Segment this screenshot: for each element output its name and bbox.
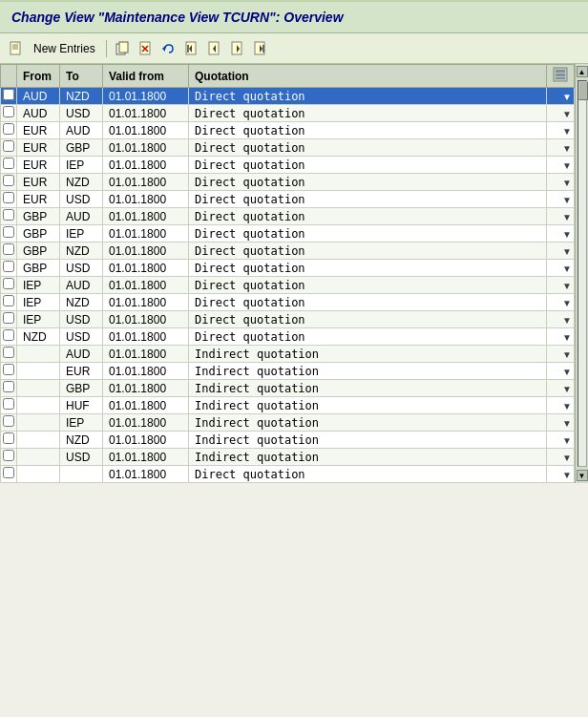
- table-row[interactable]: GBP01.01.1800Indirect quotation▼: [1, 380, 575, 397]
- table-row[interactable]: EURIEP01.01.1800Direct quotation▼: [1, 157, 575, 174]
- row-checkbox[interactable]: [3, 432, 14, 444]
- table-row[interactable]: IEP01.01.1800Indirect quotation▼: [1, 414, 575, 432]
- move-last-icon[interactable]: [252, 40, 269, 57]
- dropdown-arrow-icon: ▼: [562, 246, 572, 257]
- row-checkbox[interactable]: [3, 243, 14, 255]
- cell-valid-from: 01.01.1800: [103, 397, 189, 414]
- row-dropdown-arrow[interactable]: ▼: [547, 328, 575, 346]
- cell-quotation: Direct quotation: [189, 191, 547, 208]
- table-row[interactable]: 01.01.1800Direct quotation▼: [1, 466, 575, 483]
- cell-quotation: Indirect quotation: [189, 449, 547, 466]
- scroll-track[interactable]: [578, 80, 587, 467]
- row-dropdown-arrow[interactable]: ▼: [547, 363, 575, 380]
- svg-marker-10: [162, 46, 165, 52]
- row-dropdown-arrow[interactable]: ▼: [547, 157, 575, 174]
- row-dropdown-arrow[interactable]: ▼: [547, 225, 575, 243]
- row-checkbox[interactable]: [3, 209, 14, 221]
- row-dropdown-arrow[interactable]: ▼: [547, 311, 575, 328]
- table-row[interactable]: NZDUSD01.01.1800Direct quotation▼: [1, 328, 575, 346]
- table-row[interactable]: EURGBP01.01.1800Direct quotation▼: [1, 139, 575, 157]
- row-checkbox[interactable]: [3, 467, 14, 478]
- new-entries-button[interactable]: New Entries: [31, 41, 98, 56]
- cell-valid-from: 01.01.1800: [103, 243, 189, 260]
- row-dropdown-arrow[interactable]: ▼: [547, 380, 575, 397]
- row-dropdown-arrow[interactable]: ▼: [547, 346, 575, 363]
- table-row[interactable]: AUDUSD01.01.1800Direct quotation▼: [1, 105, 575, 122]
- undo-icon[interactable]: [160, 40, 178, 57]
- row-dropdown-arrow[interactable]: ▼: [547, 277, 575, 294]
- copy-icon[interactable]: [115, 40, 132, 57]
- row-checkbox[interactable]: [3, 364, 14, 375]
- row-checkbox[interactable]: [3, 192, 14, 203]
- move-prev-icon[interactable]: [206, 40, 223, 57]
- row-checkbox[interactable]: [3, 347, 14, 358]
- move-first-icon[interactable]: [183, 40, 200, 57]
- row-checkbox-cell: [1, 466, 17, 483]
- row-checkbox[interactable]: [3, 158, 14, 169]
- table-row[interactable]: EUR01.01.1800Indirect quotation▼: [1, 363, 575, 380]
- cell-quotation: Direct quotation: [189, 466, 547, 483]
- table-row[interactable]: HUF01.01.1800Indirect quotation▼: [1, 397, 575, 414]
- row-checkbox-cell: [1, 157, 17, 174]
- table-row[interactable]: AUD01.01.1800Indirect quotation▼: [1, 346, 575, 363]
- row-checkbox[interactable]: [3, 89, 14, 100]
- scroll-thumb[interactable]: [578, 81, 588, 100]
- row-checkbox-cell: [1, 174, 17, 191]
- row-dropdown-arrow[interactable]: ▼: [547, 174, 575, 191]
- row-dropdown-arrow[interactable]: ▼: [547, 243, 575, 260]
- col-header-scroll[interactable]: [547, 65, 575, 88]
- row-dropdown-arrow[interactable]: ▼: [547, 260, 575, 277]
- table-row[interactable]: GBPAUD01.01.1800Direct quotation▼: [1, 208, 575, 225]
- row-dropdown-arrow[interactable]: ▼: [547, 208, 575, 225]
- row-checkbox[interactable]: [3, 106, 14, 117]
- scroll-up-button[interactable]: ▲: [577, 66, 588, 77]
- table-row[interactable]: NZD01.01.1800Indirect quotation▼: [1, 432, 575, 449]
- row-dropdown-arrow[interactable]: ▼: [547, 432, 575, 449]
- row-dropdown-arrow[interactable]: ▼: [547, 105, 575, 122]
- dropdown-arrow-icon: ▼: [562, 264, 572, 274]
- row-checkbox[interactable]: [3, 329, 14, 341]
- table-row[interactable]: IEPNZD01.01.1800Direct quotation▼: [1, 294, 575, 311]
- row-checkbox[interactable]: [3, 381, 14, 392]
- table-row[interactable]: GBPIEP01.01.1800Direct quotation▼: [1, 225, 575, 243]
- scroll-down-button[interactable]: ▼: [577, 470, 588, 481]
- row-checkbox[interactable]: [3, 140, 14, 152]
- cell-quotation: Direct quotation: [189, 328, 547, 346]
- row-checkbox[interactable]: [3, 398, 14, 410]
- table-row[interactable]: IEPAUD01.01.1800Direct quotation▼: [1, 277, 575, 294]
- row-checkbox[interactable]: [3, 278, 14, 289]
- row-dropdown-arrow[interactable]: ▼: [547, 139, 575, 157]
- table-row[interactable]: IEPUSD01.01.1800Direct quotation▼: [1, 311, 575, 328]
- row-checkbox[interactable]: [3, 450, 14, 461]
- table-row[interactable]: EURNZD01.01.1800Direct quotation▼: [1, 174, 575, 191]
- row-checkbox[interactable]: [3, 123, 14, 135]
- new-entries-page-icon[interactable]: [8, 40, 25, 57]
- move-next-icon[interactable]: [229, 40, 246, 57]
- row-dropdown-arrow[interactable]: ▼: [547, 88, 575, 105]
- row-dropdown-arrow[interactable]: ▼: [547, 294, 575, 311]
- row-dropdown-arrow[interactable]: ▼: [547, 191, 575, 208]
- row-checkbox[interactable]: [3, 261, 14, 272]
- row-dropdown-arrow[interactable]: ▼: [547, 397, 575, 414]
- row-checkbox[interactable]: [3, 226, 14, 238]
- row-checkbox[interactable]: [3, 415, 14, 427]
- delete-icon[interactable]: [137, 40, 155, 57]
- table-row[interactable]: EURAUD01.01.1800Direct quotation▼: [1, 122, 575, 139]
- table-row[interactable]: GBPNZD01.01.1800Direct quotation▼: [1, 243, 575, 260]
- cell-quotation: Direct quotation: [189, 260, 547, 277]
- table-row[interactable]: GBPUSD01.01.1800Direct quotation▼: [1, 260, 575, 277]
- col-header-to: To: [60, 65, 103, 88]
- row-dropdown-arrow[interactable]: ▼: [547, 449, 575, 466]
- row-dropdown-arrow[interactable]: ▼: [547, 122, 575, 139]
- table-row[interactable]: USD01.01.1800Indirect quotation▼: [1, 449, 575, 466]
- row-dropdown-arrow[interactable]: ▼: [547, 466, 575, 483]
- vertical-scrollbar[interactable]: ▲ ▼: [575, 64, 588, 483]
- row-checkbox[interactable]: [3, 175, 14, 186]
- cell-from: [17, 363, 60, 380]
- row-checkbox-cell: [1, 397, 17, 414]
- table-row[interactable]: EURUSD01.01.1800Direct quotation▼: [1, 191, 575, 208]
- row-dropdown-arrow[interactable]: ▼: [547, 414, 575, 432]
- row-checkbox[interactable]: [3, 312, 14, 324]
- row-checkbox[interactable]: [3, 295, 14, 306]
- table-row[interactable]: AUDNZD01.01.1800Direct quotation▼: [1, 88, 575, 105]
